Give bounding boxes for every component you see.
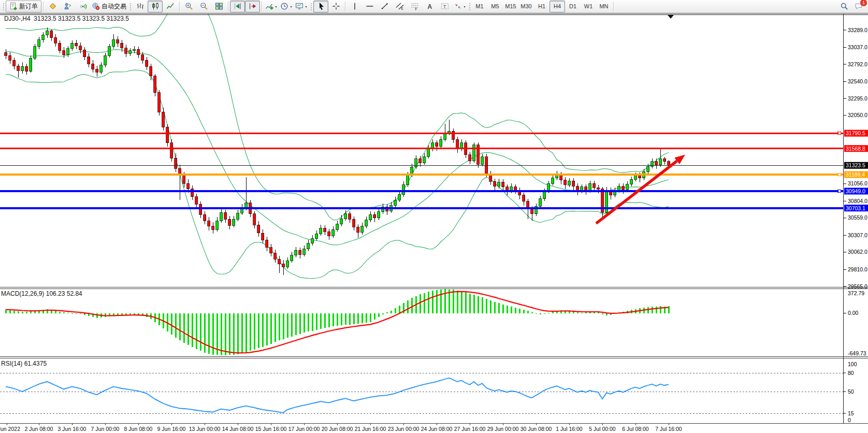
- templates-button[interactable]: ▾: [294, 1, 309, 12]
- auto-trading-icon: [92, 2, 100, 10]
- arrows-button[interactable]: ▾: [452, 1, 467, 12]
- time-label: 23 Jun 00:00: [388, 426, 419, 432]
- timeframe-h1-button[interactable]: H1: [534, 1, 549, 12]
- line-chart-button[interactable]: [163, 1, 178, 12]
- time-label: 17 Jun 00:00: [288, 426, 320, 432]
- timeframe-d1-button[interactable]: D1: [565, 1, 581, 12]
- price-tick-label: 30062.0: [848, 249, 867, 255]
- crosshair-button[interactable]: [328, 1, 343, 12]
- timeframe-m15-button[interactable]: M15: [503, 1, 518, 12]
- svg-text:A: A: [427, 3, 432, 10]
- time-tick: [72, 424, 73, 425]
- time-label: 6 Jul 08:00: [622, 426, 648, 432]
- time-axis[interactable]: 1 Jun 20222 Jun 08:003 Jun 16:007 Jun 00…: [0, 424, 868, 433]
- text-icon: A: [426, 2, 434, 10]
- time-label: 9 Jun 16:00: [157, 426, 186, 432]
- navigator-button[interactable]: [60, 1, 75, 12]
- time-tick: [138, 424, 139, 425]
- new-order-icon: [9, 2, 18, 10]
- timeframe-m5-button[interactable]: M5: [487, 1, 503, 12]
- equidistant-channel-button[interactable]: E: [392, 1, 407, 12]
- time-tick: [470, 424, 470, 425]
- time-tick: [536, 424, 537, 425]
- toolbar-separator: [179, 2, 180, 11]
- time-tick: [669, 424, 669, 425]
- rsi-scale-max: 100: [848, 361, 857, 367]
- time-label: 15 Jun 16:00: [255, 426, 287, 432]
- timeframe-m30-button[interactable]: M30: [518, 1, 534, 12]
- zoom-in-button[interactable]: [181, 1, 196, 12]
- trendline-icon: [381, 2, 389, 10]
- time-label: 2 Jun 08:00: [25, 426, 53, 432]
- dropdown-caret-icon: ▾: [464, 5, 465, 8]
- chart-canvas[interactable]: 33289.033037.032792.032540.032295.032050…: [0, 13, 868, 424]
- price-tick-label: 32792.0: [848, 61, 867, 67]
- timeframe-h4-button[interactable]: H4: [549, 1, 565, 12]
- price-tick-label: 30307.0: [848, 232, 867, 238]
- indicators-icon: [265, 2, 273, 10]
- time-tick: [304, 424, 305, 425]
- chart-svg[interactable]: 33289.033037.032792.032540.032295.032050…: [0, 13, 868, 424]
- time-label: 1 Jun 2022: [0, 426, 20, 432]
- text-label-button[interactable]: T: [437, 1, 452, 12]
- auto-trading-button[interactable]: 自动交易: [90, 1, 128, 12]
- time-tick: [205, 424, 205, 425]
- fibonacci-button[interactable]: F: [407, 1, 422, 12]
- cursor-button[interactable]: [313, 1, 328, 12]
- time-tick: [370, 424, 371, 425]
- timeframe-w1-button[interactable]: W1: [581, 1, 596, 12]
- new-order-button[interactable]: 新订单: [6, 1, 41, 12]
- signals-button[interactable]: [75, 1, 90, 12]
- chart-shift-icon: [249, 2, 257, 10]
- trendline-button[interactable]: [377, 1, 392, 12]
- tile-windows-button[interactable]: [211, 1, 226, 12]
- time-label: 14 Jun 08:00: [222, 426, 254, 432]
- auto-trading-button-label: 自动交易: [102, 2, 126, 11]
- price-tick-label: 29565.0: [848, 283, 867, 290]
- toolbar-separator: [345, 2, 345, 11]
- vertical-line-button[interactable]: [347, 1, 362, 12]
- price-tick-label: 30559.0: [848, 214, 867, 221]
- time-label: 30 Jun 08:00: [520, 426, 552, 432]
- macd-scale-zero: 0.00: [848, 310, 859, 316]
- chart-candles-icon: [151, 2, 160, 10]
- zoom-out-button[interactable]: [196, 1, 211, 12]
- toolbar-grip: [310, 2, 312, 11]
- periods-button[interactable]: ▾: [279, 1, 294, 12]
- notifications-button[interactable]: 1: [853, 1, 864, 11]
- crosshair-icon: [332, 2, 340, 10]
- price-tick-label: 32295.0: [848, 95, 867, 102]
- toolbar: 新订单自动交易▾▾▾EFAT▾M1M5M15M30H1H4D1W1MN1: [0, 0, 868, 13]
- horizontal-line-button[interactable]: [362, 1, 377, 12]
- rsi-level-label: 50: [848, 388, 854, 395]
- dropdown-caret-icon: ▾: [275, 5, 277, 8]
- rsi-level-label: 15: [848, 410, 854, 416]
- market-watch-icon: [49, 2, 57, 10]
- rsi-indicator-label: RSI(14) 61.4375: [1, 360, 47, 367]
- price-tick-label: 30804.0: [848, 198, 867, 204]
- toolbar-separator: [613, 2, 614, 11]
- auto-scroll-icon: [234, 2, 242, 10]
- search-button[interactable]: [839, 1, 849, 11]
- time-label: 27 Jun 16:00: [454, 426, 486, 432]
- current-price-label: 31323.5: [846, 162, 865, 168]
- toolbar-grip: [468, 2, 471, 11]
- time-tick: [635, 424, 636, 425]
- bar-chart-button[interactable]: [133, 1, 148, 12]
- timeframe-mn-button[interactable]: MN: [596, 1, 612, 12]
- timeframe-m1-button[interactable]: M1: [472, 1, 487, 12]
- toolbar-separator: [262, 2, 262, 11]
- toolbar-separator: [43, 2, 44, 11]
- candlestick-chart-button[interactable]: [148, 1, 163, 12]
- time-label: 7 Jul 16:00: [655, 426, 682, 432]
- text-label-icon: T: [441, 2, 449, 10]
- text-button[interactable]: A: [422, 1, 437, 12]
- auto-scroll-button[interactable]: [230, 1, 245, 12]
- chart-shift-button[interactable]: [245, 1, 260, 12]
- time-label: 24 Jun 08:00: [421, 426, 453, 432]
- signals-icon: [79, 2, 87, 10]
- templates-icon: [295, 2, 303, 10]
- market-watch-button[interactable]: [45, 1, 60, 12]
- indicators-button[interactable]: ▾: [264, 1, 279, 12]
- macd-scale-min: -649.73: [848, 350, 866, 356]
